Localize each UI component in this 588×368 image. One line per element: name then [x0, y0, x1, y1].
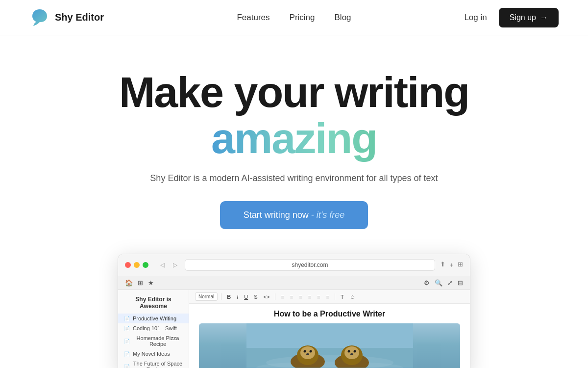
strikethrough-button[interactable]: S: [252, 293, 259, 301]
signup-label: Sign up: [510, 13, 536, 22]
toolbar-sep-2: [275, 293, 275, 300]
sidebar-title: Shy Editor is Awesome: [118, 294, 189, 314]
hero-title-line1: Make your writing: [119, 70, 469, 115]
editor-image: [199, 323, 460, 368]
brand-name: Shy Editor: [55, 12, 104, 23]
app-settings-icon[interactable]: ⚙: [424, 279, 430, 287]
hero-subtitle: Shy Editor is a modern AI-assisted writi…: [150, 173, 438, 184]
hero-title-line2: amazing: [211, 115, 377, 162]
logo-icon: [29, 7, 50, 28]
doc-icon-1: 📄: [124, 326, 130, 331]
login-button[interactable]: Log in: [464, 13, 487, 23]
svg-point-13: [347, 350, 350, 353]
browser-address-bar[interactable]: shyeditor.com: [185, 259, 435, 271]
grid-icon[interactable]: ⊞: [458, 261, 463, 269]
app-sidebar: Shy Editor is Awesome 📄 Productive Writi…: [118, 290, 189, 368]
align-left-button[interactable]: ≡: [279, 293, 286, 301]
bold-button[interactable]: B: [225, 293, 233, 301]
address-text: shyeditor.com: [292, 262, 328, 268]
justify-button[interactable]: ≡: [306, 293, 313, 301]
svg-point-7: [303, 350, 306, 353]
nav-actions: Log in Sign up →: [464, 8, 559, 27]
browser-mockup: ◁ ▷ shyeditor.com ⬆ ＋ ⊞ 🏠 ⊞ ★ ⚙ 🔍 ⤢ ⊟: [118, 254, 470, 368]
sidebar-item-1[interactable]: 📄 Coding 101 - Swift: [118, 323, 189, 333]
nav-blog[interactable]: Blog: [335, 13, 351, 23]
toolbar-sep-3: [335, 293, 335, 300]
add-tab-icon[interactable]: ＋: [448, 261, 455, 269]
cta-main-text: Start writing now: [244, 210, 309, 220]
sidebar-label-3: My Novel Ideas: [133, 351, 170, 357]
svg-point-8: [309, 350, 312, 353]
doc-icon-3: 📄: [124, 351, 130, 357]
share-icon[interactable]: ⬆: [440, 261, 445, 269]
doc-icon-4: 📄: [124, 364, 130, 368]
svg-point-9: [306, 353, 309, 355]
style-select[interactable]: Normal: [195, 292, 218, 301]
browser-right-controls: ⬆ ＋ ⊞: [440, 261, 463, 269]
list-button[interactable]: ≡: [324, 293, 331, 301]
browser-chrome-bar: ◁ ▷ shyeditor.com ⬆ ＋ ⊞: [118, 254, 470, 276]
toolbar-sep-1: [221, 293, 221, 300]
svg-point-12: [344, 346, 359, 359]
browser-back-icon[interactable]: ◁: [157, 260, 167, 270]
cta-button[interactable]: Start writing now - it's free: [220, 201, 368, 229]
svg-point-14: [353, 350, 356, 353]
dot-minimize: [134, 262, 140, 268]
dot-close: [125, 262, 131, 268]
navbar: Shy Editor Features Pricing Blog Log in …: [0, 0, 588, 35]
app-grid-icon: ⊞: [138, 279, 143, 287]
doc-icon-0: 📄: [124, 316, 130, 321]
app-expand-icon[interactable]: ⤢: [447, 279, 453, 287]
underline-button[interactable]: U: [242, 293, 250, 301]
app-layout-icon[interactable]: ⊟: [458, 279, 463, 287]
nav-features[interactable]: Features: [237, 13, 270, 23]
browser-forward-icon[interactable]: ▷: [170, 260, 180, 270]
app-star-icon: ★: [148, 279, 154, 287]
sidebar-label-2: Homemade Pizza Recipe: [133, 335, 183, 347]
sidebar-label-1: Coding 101 - Swift: [133, 325, 177, 331]
align-center-button[interactable]: ≡: [288, 293, 295, 301]
browser-dots: [125, 262, 148, 268]
app-main-area: Shy Editor is Awesome 📄 Productive Writi…: [118, 290, 470, 368]
editor-document-title: How to be a Productive Writer: [199, 310, 460, 318]
app-home-icon: 🏠: [125, 279, 133, 287]
app-top-toolbar: 🏠 ⊞ ★ ⚙ 🔍 ⤢ ⊟: [118, 276, 470, 290]
arrow-icon: →: [540, 13, 548, 22]
sidebar-label-4: The Future of Space Explora...: [133, 361, 183, 368]
hero-section: Make your writing amazing Shy Editor is …: [0, 35, 588, 368]
logo-link[interactable]: Shy Editor: [29, 7, 104, 28]
text-color-button[interactable]: T: [339, 293, 346, 301]
sidebar-item-0[interactable]: 📄 Productive Writing: [118, 314, 189, 323]
sidebar-item-2[interactable]: 📄 Homemade Pizza Recipe: [118, 333, 189, 349]
doc-icon-2: 📄: [124, 339, 130, 344]
italic-button[interactable]: I: [235, 293, 240, 301]
editor-content[interactable]: How to be a Productive Writer: [189, 304, 470, 368]
sidebar-item-3[interactable]: 📄 My Novel Ideas: [118, 349, 189, 359]
emoji-button[interactable]: ☺: [348, 293, 357, 301]
otter-illustration: [246, 323, 413, 368]
editor-toolbar: Normal B I U S <> ≡ ≡ ≡ ≡ ≡ ≡ T ☺: [189, 290, 470, 304]
code-button[interactable]: <>: [262, 293, 272, 301]
sidebar-item-4[interactable]: 📄 The Future of Space Explora...: [118, 359, 189, 368]
sidebar-label-0: Productive Writing: [133, 315, 176, 321]
editor-area: Normal B I U S <> ≡ ≡ ≡ ≡ ≡ ≡ T ☺: [189, 290, 470, 368]
signup-button[interactable]: Sign up →: [499, 8, 559, 27]
indent-button[interactable]: ≡: [315, 293, 322, 301]
otter-scene: [199, 323, 460, 368]
align-right-button[interactable]: ≡: [297, 293, 304, 301]
nav-links: Features Pricing Blog: [237, 13, 351, 23]
dot-maximize: [143, 262, 148, 268]
cta-free-text: - it's free: [311, 210, 344, 220]
nav-pricing[interactable]: Pricing: [290, 13, 315, 23]
app-search-icon[interactable]: 🔍: [435, 279, 442, 287]
svg-point-15: [350, 353, 353, 355]
browser-nav-controls: ◁ ▷: [157, 260, 180, 270]
svg-point-6: [300, 346, 315, 359]
